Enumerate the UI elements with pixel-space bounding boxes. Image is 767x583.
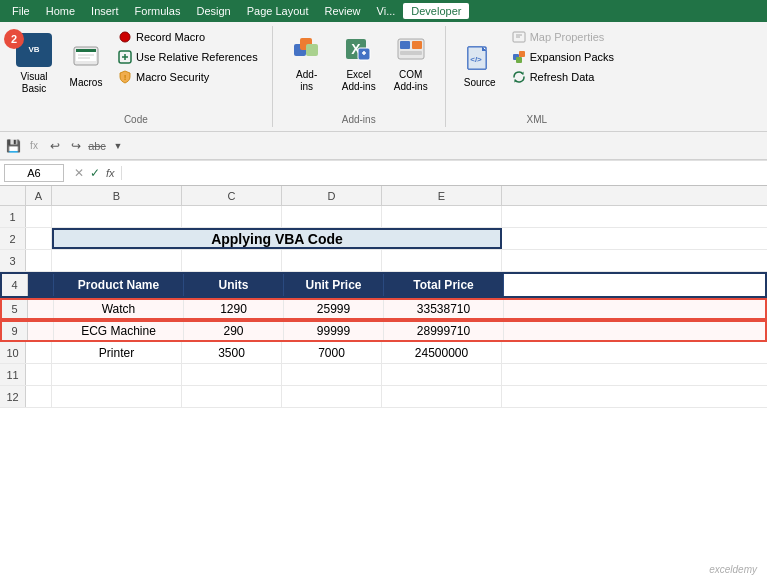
menu-formulas[interactable]: Formulas — [127, 3, 189, 19]
cell-a11[interactable] — [26, 364, 52, 385]
cancel-cell-icon[interactable]: ✕ — [72, 166, 86, 180]
cell-a4[interactable] — [28, 274, 54, 296]
row-num-9: 9 — [2, 322, 28, 340]
cell-e10[interactable]: 24500000 — [382, 342, 502, 363]
col-header-e[interactable]: E — [382, 186, 502, 205]
menu-page-layout[interactable]: Page Layout — [239, 3, 317, 19]
badge-2: 2 — [4, 29, 24, 49]
refresh-data-button[interactable]: Refresh Data — [508, 68, 618, 86]
cell-c9[interactable]: 290 — [184, 322, 284, 340]
undo-btn[interactable]: ↩ — [46, 137, 64, 155]
ribbon-group-code: VB VisualBasic 2 — [0, 26, 273, 127]
cell-d10[interactable]: 7000 — [282, 342, 382, 363]
cell-controls: ✕ ✓ fx — [68, 166, 122, 180]
macro-security-button[interactable]: ! Macro Security — [114, 68, 262, 86]
cell-b12[interactable] — [52, 386, 182, 407]
col-header-b[interactable]: B — [52, 186, 182, 205]
dropdown-btn[interactable]: ▼ — [109, 137, 127, 155]
cell-e1[interactable] — [382, 206, 502, 227]
com-add-ins-button[interactable]: COMAdd-ins — [387, 28, 435, 98]
use-relative-references-button[interactable]: Use Relative References — [114, 48, 262, 66]
cell-e5[interactable]: 33538710 — [384, 300, 504, 318]
cell-d4[interactable]: Unit Price — [284, 274, 384, 296]
cell-c11[interactable] — [182, 364, 282, 385]
cell-b10[interactable]: Printer — [52, 342, 182, 363]
cell-a2[interactable] — [26, 228, 52, 249]
formula-input[interactable] — [126, 164, 763, 182]
cell-a9[interactable] — [28, 322, 54, 340]
menu-view[interactable]: Vi... — [369, 3, 404, 19]
cell-d3[interactable] — [282, 250, 382, 271]
visual-basic-label: VisualBasic — [20, 71, 47, 95]
col-header-a[interactable]: A — [26, 186, 52, 205]
macros-label: Macros — [70, 77, 103, 88]
cell-c3[interactable] — [182, 250, 282, 271]
cell-e4[interactable]: Total Price — [384, 274, 504, 296]
cell-e11[interactable] — [382, 364, 502, 385]
cell-name-box[interactable] — [4, 164, 64, 182]
ribbon-group-addins: Add-ins X ExcelAdd-ins — [273, 26, 446, 127]
xml-group-label: XML — [446, 114, 628, 125]
cell-b5[interactable]: Watch — [54, 300, 184, 318]
cell-d12[interactable] — [282, 386, 382, 407]
fx-icon[interactable]: fx — [104, 167, 117, 179]
cell-c12[interactable] — [182, 386, 282, 407]
cell-e9[interactable]: 28999710 — [384, 322, 504, 340]
com-add-ins-label: COMAdd-ins — [394, 69, 428, 93]
save-quick-btn[interactable]: 💾 — [4, 137, 22, 155]
menu-review[interactable]: Review — [316, 3, 368, 19]
cell-b11[interactable] — [52, 364, 182, 385]
title-cell: Applying VBA Code — [52, 228, 502, 249]
excel-add-ins-button[interactable]: X ExcelAdd-ins — [335, 28, 383, 98]
add-ins-button[interactable]: Add-ins — [283, 28, 331, 98]
svg-rect-17 — [400, 51, 422, 55]
row-num-5: 5 — [2, 300, 28, 318]
watermark: exceldemy — [709, 564, 757, 575]
add-ins-label: Add-ins — [296, 69, 317, 93]
cell-d5[interactable]: 25999 — [284, 300, 384, 318]
cell-a1[interactable] — [26, 206, 52, 227]
table-row: 2 Applying VBA Code — [0, 228, 767, 250]
code-group-label: Code — [0, 114, 272, 125]
cell-d11[interactable] — [282, 364, 382, 385]
abc-btn: abc — [88, 137, 106, 155]
cell-a3[interactable] — [26, 250, 52, 271]
map-properties-button[interactable]: Map Properties — [508, 28, 618, 46]
cell-c4[interactable]: Units — [184, 274, 284, 296]
cell-b1[interactable] — [52, 206, 182, 227]
source-button[interactable]: </> Source — [456, 29, 504, 99]
menu-design[interactable]: Design — [188, 3, 238, 19]
redo-btn[interactable]: ↪ — [67, 137, 85, 155]
record-macro-button[interactable]: Record Macro — [114, 28, 262, 46]
xml-small-group: Map Properties Expansion Packs Refresh D… — [508, 28, 618, 100]
menu-home[interactable]: Home — [38, 3, 83, 19]
cell-b3[interactable] — [52, 250, 182, 271]
code-small-group: Record Macro Use Relative References ! M… — [114, 28, 262, 100]
cell-c1[interactable] — [182, 206, 282, 227]
cell-e12[interactable] — [382, 386, 502, 407]
cell-b4[interactable]: Product Name — [54, 274, 184, 296]
cell-a10[interactable] — [26, 342, 52, 363]
menu-file[interactable]: File — [4, 3, 38, 19]
menu-developer[interactable]: Developer — [403, 3, 469, 19]
cell-a5[interactable] — [28, 300, 54, 318]
macros-button[interactable]: Macros — [62, 29, 110, 99]
table-row: 10 Printer 3500 7000 24500000 — [0, 342, 767, 364]
confirm-cell-icon[interactable]: ✓ — [88, 166, 102, 180]
expansion-packs-button[interactable]: Expansion Packs — [508, 48, 618, 66]
col-header-c[interactable]: C — [182, 186, 282, 205]
cell-a12[interactable] — [26, 386, 52, 407]
table-row: 3 — [0, 250, 767, 272]
table-row: 9 ECG Machine 290 99999 28999710 — [0, 320, 767, 342]
cell-b9[interactable]: ECG Machine — [54, 322, 184, 340]
cell-c5[interactable]: 1290 — [184, 300, 284, 318]
cell-e3[interactable] — [382, 250, 502, 271]
cell-c10[interactable]: 3500 — [182, 342, 282, 363]
menu-bar: File Home Insert Formulas Design Page La… — [0, 0, 767, 22]
col-header-d[interactable]: D — [282, 186, 382, 205]
svg-rect-10 — [306, 44, 318, 56]
menu-insert[interactable]: Insert — [83, 3, 127, 19]
formula-icon[interactable]: fx — [25, 137, 43, 155]
cell-d9[interactable]: 99999 — [284, 322, 384, 340]
cell-d1[interactable] — [282, 206, 382, 227]
